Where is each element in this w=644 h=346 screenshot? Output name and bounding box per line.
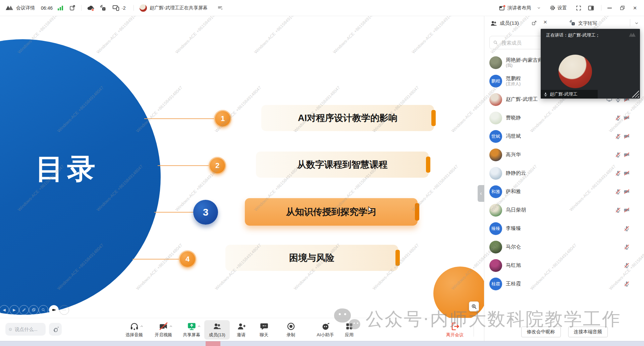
- member-row[interactable]: 曹晓静: [484, 109, 644, 127]
- meeting-details-button[interactable]: 会议详情: [16, 0, 35, 16]
- member-name: 高兴华: [506, 152, 521, 158]
- interpretation-icon[interactable]: T: [99, 0, 106, 16]
- member-avatar: [489, 204, 502, 217]
- share-toolbar-button[interactable]: 共享屏幕: [179, 320, 204, 340]
- camera-off-icon[interactable]: [624, 207, 630, 213]
- magnifier-button[interactable]: [39, 305, 48, 315]
- toc-item-bar: AI对程序设计教学的影响: [261, 105, 434, 131]
- close-panel-icon[interactable]: ×: [543, 18, 547, 26]
- toc-item-text: 困境与风险: [289, 252, 334, 264]
- collapse-panel-tab[interactable]: ‹: [478, 185, 484, 202]
- invite-icon: [237, 322, 246, 331]
- toolbar-button-label: 选择音频: [125, 332, 143, 338]
- member-row[interactable]: 高兴华: [484, 146, 644, 164]
- open-new-window-icon[interactable]: [69, 0, 75, 16]
- layout-button[interactable]: 演讲者布局: [507, 0, 531, 16]
- member-avatar: [489, 259, 502, 272]
- mic-off-icon[interactable]: [615, 170, 621, 176]
- member-avatar: 世斌: [489, 130, 502, 143]
- next-slide-button[interactable]: ▶: [9, 305, 19, 315]
- video-resize-handle[interactable]: [632, 90, 639, 98]
- cloud-record-icon[interactable]: [87, 0, 95, 16]
- mic-off-icon[interactable]: [615, 207, 621, 213]
- item-accent-bar: [426, 157, 430, 173]
- side-panel-icon[interactable]: [588, 0, 594, 16]
- member-row[interactable]: 桂霞王桂霞: [484, 275, 644, 293]
- toc-item-text: AI对程序设计教学的影响: [298, 112, 397, 124]
- ai-toolbar-button[interactable]: AI小助手: [313, 320, 338, 340]
- invite-toolbar-button[interactable]: 邀请: [228, 320, 254, 340]
- camera-off-icon[interactable]: [624, 170, 630, 176]
- member-row[interactable]: 和雅萨和雅: [484, 182, 644, 201]
- toolbar-button-label: 应用: [345, 332, 354, 338]
- mic-off-icon[interactable]: [615, 133, 621, 139]
- more-controls-button[interactable]: ⋯: [59, 305, 69, 315]
- video-toolbar-button[interactable]: 开启视频: [151, 320, 176, 340]
- submenu-caret-icon[interactable]: [197, 325, 201, 328]
- member-row[interactable]: 马红旭: [484, 256, 644, 275]
- minimize-button[interactable]: [604, 0, 615, 16]
- apps-toolbar-button[interactable]: 应用: [336, 320, 362, 340]
- shared-screens-icon[interactable]: [112, 0, 120, 16]
- views-button[interactable]: [29, 305, 39, 315]
- raise-hand-button[interactable]: [49, 323, 62, 336]
- audio-icon: [130, 322, 139, 331]
- settings-button[interactable]: 设置: [557, 0, 567, 16]
- sharer-avatar: [140, 0, 147, 16]
- mic-off-icon[interactable]: [624, 244, 630, 250]
- quick-message-pill[interactable]: [5, 323, 46, 336]
- member-name: 乌日柴胡: [506, 207, 526, 213]
- member-name: 赵广辉-武理工: [506, 96, 538, 103]
- layout-icon: [499, 0, 505, 16]
- record-toolbar-button[interactable]: 录制: [278, 320, 304, 340]
- mic-off-icon[interactable]: [615, 152, 621, 158]
- restore-button[interactable]: [616, 0, 628, 16]
- member-row[interactable]: 乌日柴胡: [484, 201, 644, 219]
- toolbar-button-label: 成员(13): [209, 332, 225, 338]
- member-row[interactable]: 臻臻李臻臻: [484, 219, 644, 238]
- submenu-caret-icon[interactable]: [140, 325, 144, 328]
- members-tab-title[interactable]: 成员(13): [500, 20, 519, 26]
- popout-panel-icon[interactable]: [531, 20, 537, 26]
- mic-off-icon[interactable]: [624, 262, 630, 269]
- leave-meeting-button[interactable]: 离开会议: [442, 320, 468, 340]
- quick-message-input[interactable]: [14, 326, 42, 332]
- connect-audio-button[interactable]: 连接本端音频: [568, 327, 608, 337]
- fullscreen-icon[interactable]: [576, 0, 582, 16]
- member-name: 李臻臻: [506, 225, 521, 232]
- members-panel-header: 成员(13) × T 文字转写: [484, 16, 644, 31]
- floating-speaker-video[interactable]: 正在讲话：赵广辉-武理工； 赵广辉-武理工: [541, 29, 640, 99]
- transcript-tab-title[interactable]: 文字转写: [578, 20, 597, 26]
- audio-toolbar-button[interactable]: 选择音频: [121, 320, 147, 340]
- camera-button[interactable]: [49, 305, 59, 315]
- member-row[interactable]: 马尔仑: [484, 238, 644, 256]
- pen-tool-button[interactable]: [19, 305, 29, 315]
- member-row[interactable]: 静静的云: [484, 164, 644, 182]
- chat-toolbar-button[interactable]: 聊天: [251, 320, 277, 340]
- member-row[interactable]: 世斌冯世斌: [484, 127, 644, 146]
- network-signal-icon: [58, 0, 64, 16]
- members-toolbar-button[interactable]: 成员(13): [204, 320, 230, 340]
- submenu-caret-icon[interactable]: [169, 325, 173, 328]
- sharing-menu-icon[interactable]: [217, 0, 223, 16]
- mic-off-icon[interactable]: [615, 115, 621, 121]
- svg-text:T: T: [573, 22, 574, 25]
- camera-off-icon[interactable]: [624, 115, 630, 121]
- speaking-caption: 正在讲话：赵广辉-武理工；: [546, 32, 600, 38]
- close-window-button[interactable]: ×: [629, 0, 641, 16]
- mic-off-icon[interactable]: [624, 225, 630, 232]
- search-icon: [493, 40, 498, 45]
- ai-icon: [321, 322, 330, 331]
- camera-off-icon[interactable]: [624, 188, 630, 195]
- mic-off-icon[interactable]: [615, 188, 621, 195]
- sharing-banner: 赵广辉-武理工正在共享屏幕: [150, 0, 208, 16]
- item-accent-bar: [415, 203, 419, 221]
- panel-chevron-down-icon[interactable]: [635, 21, 639, 25]
- zoom-in-button[interactable]: [469, 301, 479, 311]
- layout-caret-icon[interactable]: [537, 0, 541, 16]
- camera-off-icon[interactable]: [624, 133, 630, 139]
- rename-button[interactable]: 修改会中昵称: [521, 327, 561, 337]
- mic-off-icon[interactable]: [624, 281, 630, 287]
- record-icon: [286, 322, 296, 331]
- camera-off-icon[interactable]: [624, 152, 630, 158]
